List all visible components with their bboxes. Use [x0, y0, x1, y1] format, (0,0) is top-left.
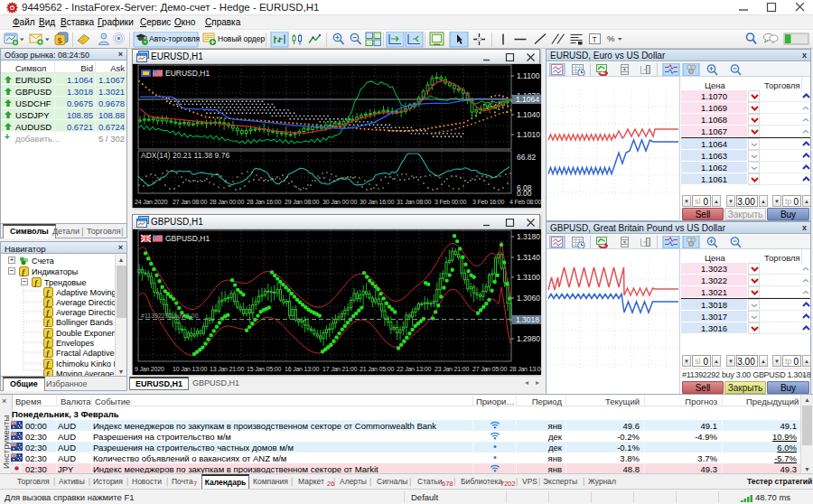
- svg-text:1.1040: 1.1040: [517, 110, 540, 119]
- svg-text:29 Jan 08:00: 29 Jan 08:00: [285, 199, 319, 205]
- svg-text:21 Jan 05:00: 21 Jan 05:00: [360, 366, 394, 372]
- svg-text:66.82: 66.82: [517, 153, 537, 162]
- svg-text:28 Jan 13:00: 28 Jan 13:00: [509, 366, 541, 372]
- svg-text:ADX(14) 20.21 11.38 9.76: ADX(14) 20.21 11.38 9.76: [141, 151, 229, 160]
- svg-text:1.2980: 1.2980: [517, 334, 540, 343]
- svg-text:27 Jan 08:00: 27 Jan 08:00: [173, 199, 207, 205]
- svg-text:1.3180: 1.3180: [517, 232, 540, 241]
- svg-text:23 Jan 21:00: 23 Jan 21:00: [435, 366, 469, 372]
- svg-text:27 Jan 05:00: 27 Jan 05:00: [472, 366, 507, 372]
- svg-text:$: $: [58, 36, 62, 45]
- svg-text:1.3100: 1.3100: [517, 273, 540, 282]
- svg-text:28 Jan 16:00: 28 Jan 16:00: [247, 199, 281, 205]
- svg-text:30 Jan 16:00: 30 Jan 16:00: [360, 199, 394, 205]
- svg-text:17 Jan 21:00: 17 Jan 21:00: [322, 366, 357, 372]
- svg-text:31 Jan 08:00: 31 Jan 08:00: [397, 199, 431, 205]
- svg-text:13 Jan 21:00: 13 Jan 21:00: [210, 366, 244, 372]
- svg-text:10 Jan 13:00: 10 Jan 13:00: [173, 366, 207, 372]
- svg-text:GBPUSD,H1: GBPUSD,H1: [165, 234, 210, 243]
- svg-text:Авто-торговля: Авто-торговля: [149, 34, 201, 43]
- svg-text:4 Feb 08:00: 4 Feb 08:00: [509, 199, 541, 205]
- svg-text:T: T: [593, 35, 597, 44]
- svg-text:9 Jan 2020: 9 Jan 2020: [135, 366, 164, 372]
- svg-text:1.1064: 1.1064: [516, 95, 539, 104]
- svg-text:EURUSD,H1: EURUSD,H1: [165, 69, 210, 78]
- svg-text:3 Feb 00:00: 3 Feb 00:00: [435, 199, 466, 205]
- svg-text:%: %: [607, 33, 615, 43]
- svg-text:1.1100: 1.1100: [517, 71, 540, 80]
- svg-text:#11392292 buy 3.00: #11392292 buy 3.00: [141, 313, 198, 320]
- svg-text:16 Jan 13:00: 16 Jan 13:00: [285, 366, 319, 372]
- svg-text:Новый ордер: Новый ордер: [218, 34, 266, 43]
- svg-text:22 Jan 13:00: 22 Jan 13:00: [397, 366, 431, 372]
- svg-text:3 Feb 16:00: 3 Feb 16:00: [472, 199, 504, 205]
- svg-text:28 Jan 00:00: 28 Jan 00:00: [210, 199, 244, 205]
- svg-text:1.3018: 1.3018: [516, 315, 539, 324]
- svg-text:1.3140: 1.3140: [517, 253, 540, 262]
- svg-text:30 Jan 00:00: 30 Jan 00:00: [322, 199, 357, 205]
- svg-text:0.00: 0.00: [517, 189, 532, 198]
- svg-text:15 Jan 05:00: 15 Jan 05:00: [247, 366, 281, 372]
- svg-text:1.3060: 1.3060: [517, 294, 540, 303]
- svg-text:1.1010: 1.1010: [517, 130, 540, 139]
- svg-text:24 Jan 2020: 24 Jan 2020: [135, 199, 168, 205]
